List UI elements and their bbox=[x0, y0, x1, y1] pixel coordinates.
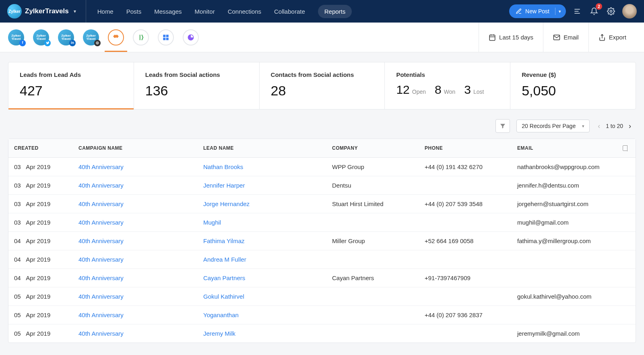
channel-instagram[interactable]: Zylker Travel ◎ bbox=[83, 29, 99, 45]
pager-next[interactable]: › bbox=[627, 120, 633, 132]
col-email[interactable]: EMAIL bbox=[512, 139, 636, 157]
filter-button[interactable] bbox=[495, 119, 510, 133]
cell-phone: +91-7397467909 bbox=[419, 269, 512, 287]
col-created[interactable]: CREATED bbox=[8, 139, 73, 157]
channel-linkedin[interactable]: Zylker Travel in bbox=[58, 29, 74, 45]
nav-posts[interactable]: Posts bbox=[126, 5, 142, 18]
calendar-icon bbox=[489, 34, 496, 41]
column-settings-icon[interactable] bbox=[623, 145, 630, 151]
menu-icon[interactable] bbox=[572, 6, 583, 17]
lead-link[interactable]: Andrea M Fuller bbox=[203, 256, 246, 263]
potentials-won: 8 Won bbox=[435, 83, 455, 97]
mail-icon bbox=[553, 34, 560, 41]
nav-home[interactable]: Home bbox=[97, 5, 114, 18]
table-row[interactable]: 03 Apr 201940th AnniversaryJennifer Harp… bbox=[8, 176, 636, 195]
campaign-link[interactable]: 40th Anniversary bbox=[78, 312, 124, 318]
stat-value: 136 bbox=[145, 83, 248, 99]
notifications-button[interactable]: 2 bbox=[588, 6, 600, 17]
table-row[interactable]: 03 Apr 201940th AnniversaryMughilmughil@… bbox=[8, 213, 636, 232]
stat-leads-from-social[interactable]: Leads from Social actions 136 bbox=[134, 62, 260, 109]
table-row[interactable]: 03 Apr 201940th AnniversaryNathan Brooks… bbox=[8, 158, 636, 176]
nav-reports[interactable]: Reports bbox=[318, 5, 352, 18]
campaign-link[interactable]: 40th Anniversary bbox=[78, 275, 124, 281]
nav-monitor[interactable]: Monitor bbox=[195, 5, 215, 18]
campaign-link[interactable]: 40th Anniversary bbox=[78, 219, 124, 226]
lead-link[interactable]: Cayan Partners bbox=[203, 275, 245, 281]
cell-phone bbox=[419, 213, 512, 231]
linkedin-icon: in bbox=[69, 40, 76, 46]
campaign-link[interactable]: 40th Anniversary bbox=[78, 200, 124, 207]
pager-prev[interactable]: ‹ bbox=[596, 120, 602, 132]
table-row[interactable]: 03 Apr 201940th AnniversaryJorge Hernand… bbox=[8, 195, 636, 213]
potentials-lost: 3 Lost bbox=[464, 83, 484, 97]
brand-switcher[interactable]: Zylker ZylkerTravels ▾ bbox=[7, 0, 86, 23]
user-avatar[interactable] bbox=[622, 4, 637, 19]
page-size-select[interactable]: 20 Records Per Page bbox=[516, 120, 590, 132]
stat-contacts-from-social[interactable]: Contacts from Social actions 28 bbox=[260, 62, 385, 109]
campaign-link[interactable]: 40th Anniversary bbox=[78, 256, 124, 263]
table-row[interactable]: 04 Apr 201940th AnniversaryFathima Yilma… bbox=[8, 232, 636, 250]
nav-messages[interactable]: Messages bbox=[154, 5, 182, 18]
campaign-link[interactable]: 40th Anniversary bbox=[78, 330, 124, 337]
lead-link[interactable]: Nathan Brooks bbox=[203, 163, 243, 170]
cell-created: 03 Apr 2019 bbox=[8, 176, 73, 194]
nav-collaborate[interactable]: Collaborate bbox=[274, 5, 305, 18]
date-range-picker[interactable]: Last 15 days bbox=[479, 23, 543, 52]
cell-created: 04 Apr 2019 bbox=[8, 250, 73, 268]
cell-company bbox=[326, 324, 419, 343]
lead-link[interactable]: Jeremy Milk bbox=[203, 330, 235, 337]
col-company[interactable]: COMPANY bbox=[326, 139, 419, 157]
settings-button[interactable] bbox=[605, 6, 617, 17]
channel-list: Zylker Travel f Zylker Travel Zylker Tra… bbox=[8, 29, 199, 45]
nav-connections[interactable]: Connections bbox=[228, 5, 261, 18]
lead-link[interactable]: Mughil bbox=[203, 219, 221, 226]
campaign-link[interactable]: 40th Anniversary bbox=[78, 293, 124, 300]
channel-desk[interactable] bbox=[133, 29, 149, 45]
cell-email: jeremymilk@gmail.com bbox=[512, 324, 636, 343]
stat-revenue[interactable]: Revenue ($) 5,050 bbox=[510, 62, 636, 109]
campaign-link[interactable]: 40th Anniversary bbox=[78, 237, 124, 244]
channel-twitter[interactable]: Zylker Travel bbox=[33, 29, 49, 45]
lead-link[interactable]: Yogananthan bbox=[203, 312, 239, 318]
stat-potentials[interactable]: Potentials 12 Open 8 Won 3 Lost bbox=[385, 62, 510, 109]
channel-analytics[interactable] bbox=[183, 29, 199, 45]
email-button[interactable]: Email bbox=[543, 23, 588, 52]
table-row[interactable]: 04 Apr 201940th AnniversaryAndrea M Full… bbox=[8, 250, 636, 269]
channel-facebook[interactable]: Zylker Travel f bbox=[8, 29, 24, 45]
export-button[interactable]: Export bbox=[588, 23, 636, 52]
stat-value: 427 bbox=[20, 83, 122, 99]
svg-point-3 bbox=[610, 10, 612, 12]
lead-link[interactable]: Jennifer Harper bbox=[203, 182, 245, 189]
col-campaign[interactable]: CAMPAIGN NAME bbox=[73, 139, 198, 157]
page-size-label: 20 Records Per Page bbox=[522, 123, 576, 129]
lead-link[interactable]: Gokul Kathirvel bbox=[203, 293, 244, 300]
cell-campaign: 40th Anniversary bbox=[73, 250, 198, 268]
lead-link[interactable]: Jorge Hernandez bbox=[203, 200, 250, 207]
campaign-link[interactable]: 40th Anniversary bbox=[78, 163, 124, 170]
col-phone[interactable]: PHONE bbox=[419, 139, 512, 157]
content-area: Leads from Lead Ads 427 Leads from Socia… bbox=[0, 52, 644, 353]
channel-grid[interactable] bbox=[158, 29, 174, 45]
stat-leads-from-lead-ads[interactable]: Leads from Lead Ads 427 bbox=[8, 62, 134, 109]
lead-link[interactable]: Fathima Yilmaz bbox=[203, 237, 245, 244]
cell-phone: +44 (0) 191 432 6270 bbox=[419, 158, 512, 176]
table-row[interactable]: 05 Apr 201940th AnniversaryJeremy Milkje… bbox=[8, 324, 636, 343]
cell-phone bbox=[419, 287, 512, 305]
divider bbox=[555, 8, 555, 15]
new-post-button[interactable]: New Post ▾ bbox=[509, 4, 566, 18]
cell-campaign: 40th Anniversary bbox=[73, 213, 198, 231]
chevron-down-icon: ▾ bbox=[559, 9, 561, 14]
chevron-down-icon: ▾ bbox=[74, 8, 76, 14]
cell-email bbox=[512, 250, 636, 268]
table-row[interactable]: 05 Apr 201940th AnniversaryGokul Kathirv… bbox=[8, 287, 636, 306]
cell-company: WPP Group bbox=[326, 158, 419, 176]
channel-crm-handshake[interactable] bbox=[108, 29, 124, 45]
cell-company bbox=[326, 306, 419, 324]
campaign-link[interactable]: 40th Anniversary bbox=[78, 182, 124, 189]
col-lead[interactable]: LEAD NAME bbox=[198, 139, 326, 157]
cell-lead: Mughil bbox=[198, 213, 326, 231]
table-row[interactable]: 05 Apr 201940th AnniversaryYogananthan+4… bbox=[8, 306, 636, 324]
table-row[interactable]: 04 Apr 201940th AnniversaryCayan Partner… bbox=[8, 269, 636, 287]
cell-lead: Fathima Yilmaz bbox=[198, 232, 326, 250]
cell-email bbox=[512, 269, 636, 287]
